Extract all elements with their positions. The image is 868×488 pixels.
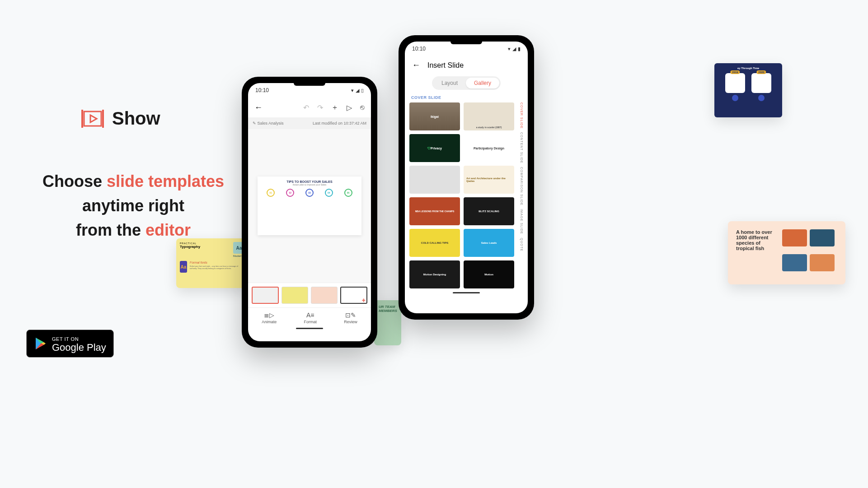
add-slide-button[interactable] <box>340 287 367 304</box>
svg-rect-1 <box>81 110 83 128</box>
cat-comparison[interactable]: COMPARISON SLIDE <box>517 167 523 206</box>
page-title: Insert Slide <box>427 61 464 70</box>
doc-info-bar: ✎ Sales Analysis Last modified on 10:37:… <box>248 117 371 129</box>
phone-editor: 10:10 ▾◢▯ ← ↶ ↷ ＋ ▷ ⎋ ✎ Sales Analysis L… <box>242 77 377 348</box>
add-icon[interactable]: ＋ <box>331 103 338 112</box>
template-nba[interactable]: NBA LESSONS FROM THE CHAMPS <box>409 197 460 225</box>
tab-review[interactable]: ⊡✎Review <box>344 311 357 324</box>
undo-icon[interactable]: ↶ <box>303 103 309 112</box>
cat-cover[interactable]: COVER SLIDE <box>517 102 523 129</box>
cat-content[interactable]: CONTENT SLIDE <box>517 132 523 163</box>
phone-gallery: 10:10 ▾◢▮ ← Insert Slide Layout Gallery … <box>399 35 534 320</box>
thumb-3[interactable] <box>311 287 338 304</box>
svg-marker-3 <box>90 115 97 122</box>
bottom-tab-bar: ≣▷Animate A≡Format ⊡✎Review <box>248 307 371 326</box>
current-slide: TIPS TO BOOST YOUR SALES Action plan to … <box>258 177 361 235</box>
share-icon[interactable]: ⎋ <box>360 103 365 112</box>
review-icon: ⊡✎ <box>344 311 357 319</box>
template-book[interactable]: a study in scarlet (1887) <box>464 102 514 130</box>
svg-rect-2 <box>102 110 104 128</box>
wifi-icon: ▾ <box>351 88 354 93</box>
tab-layout[interactable]: Layout <box>433 78 466 88</box>
template-cold[interactable]: COLD CALLING TIPS <box>409 229 460 257</box>
tab-animate[interactable]: ≣▷Animate <box>262 311 277 324</box>
redo-icon[interactable]: ↷ <box>317 103 323 112</box>
segment-control: Layout Gallery <box>405 76 528 90</box>
template-ikigai[interactable]: Ikigai <box>409 102 460 130</box>
wifi-icon: ▾ <box>508 46 511 52</box>
animate-icon: ≣▷ <box>262 311 277 319</box>
template-gallery: Ikigai a study in scarlet (1887) 🛡 Priva… <box>409 102 514 288</box>
template-motion2[interactable]: Motion <box>464 260 514 288</box>
template-blitz[interactable]: BLITZ SCALING <box>464 197 514 225</box>
app-logo: Show <box>81 108 239 129</box>
headline: Choose slide templates anytime right fro… <box>27 169 239 242</box>
template-privacy[interactable]: 🛡 Privacy <box>409 134 460 162</box>
template-art[interactable]: Art and Architecture under the Qadas <box>464 166 514 194</box>
slide-canvas[interactable]: TIPS TO BOOST YOUR SALES Action plan to … <box>248 129 371 283</box>
signal-icon: ◢ <box>512 46 516 52</box>
google-play-badge[interactable]: GET IT ON Google Play <box>26 330 114 358</box>
play-icon[interactable]: ▷ <box>347 103 352 112</box>
cat-image[interactable]: IMAGE SLIDE <box>517 209 523 234</box>
tab-format[interactable]: A≡Format <box>304 311 317 324</box>
cat-quote[interactable]: QUOTE <box>517 238 523 251</box>
back-icon[interactable]: ← <box>412 60 420 70</box>
thumb-1[interactable] <box>252 287 279 304</box>
template-motion1[interactable]: Motion Designing <box>409 260 460 288</box>
app-name: Show <box>112 108 160 129</box>
template-study[interactable] <box>409 166 460 194</box>
deco-team-card: UR TEAM MEMBERS <box>374 300 401 345</box>
show-logo-icon <box>81 110 104 128</box>
section-label: COVER SLIDE <box>405 95 528 102</box>
thumb-2[interactable] <box>282 287 308 304</box>
marketing-left-panel: Show Choose slide templates anytime righ… <box>27 108 239 242</box>
editor-toolbar: ← ↶ ↷ ＋ ▷ ⎋ <box>248 98 371 117</box>
svg-rect-0 <box>84 112 101 126</box>
deco-fish-card: A home to over 1000 different species of… <box>728 221 845 284</box>
battery-icon: ▯ <box>361 88 364 93</box>
google-play-icon <box>34 337 47 350</box>
battery-icon: ▮ <box>518 46 521 52</box>
format-icon: A≡ <box>304 311 317 319</box>
signal-icon: ◢ <box>356 88 359 93</box>
tab-gallery[interactable]: Gallery <box>466 78 499 88</box>
home-indicator <box>296 328 323 329</box>
slide-thumbnails <box>248 283 371 307</box>
home-indicator <box>453 292 480 293</box>
category-sidebar: COVER SLIDE CONTENT SLIDE COMPARISON SLI… <box>517 102 523 288</box>
template-leads[interactable]: Sales Leads <box>464 229 514 257</box>
back-icon[interactable]: ← <box>254 103 263 112</box>
deco-typography-card: PRACTICAL Typography Aa Modern Aa Formal… <box>176 238 249 288</box>
template-participatory[interactable]: Participatory Design <box>464 134 514 162</box>
deco-timeline-card: ey Through Time 2019 2020 <box>714 63 782 117</box>
gallery-header: ← Insert Slide <box>405 56 528 74</box>
